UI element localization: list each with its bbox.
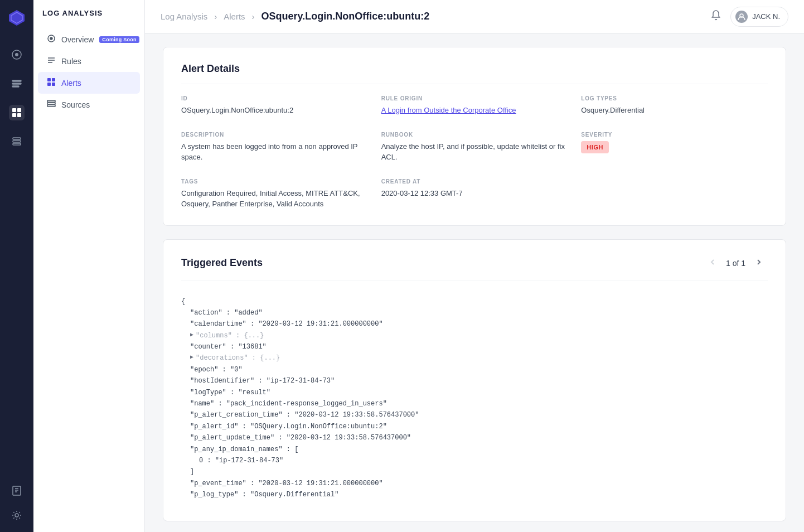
- details-grid: ID OSquery.Login.NonOffice:ubuntu:2 RULE…: [181, 95, 768, 210]
- json-line[interactable]: ▶"decorations" : {...}: [181, 352, 768, 364]
- svg-rect-5: [12, 83, 21, 84]
- sidebar-icon-settings[interactable]: [9, 507, 25, 523]
- log-types-value: Osquery.Differential: [581, 105, 768, 116]
- svg-point-18: [15, 514, 18, 517]
- json-line: "p_event_time" : "2020-03-12 19:31:21.00…: [181, 478, 768, 489]
- rules-nav-label: Rules: [61, 57, 81, 66]
- breadcrumb-sep-1: ›: [214, 12, 217, 21]
- app-title: LOG ANALYSIS: [33, 9, 144, 28]
- svg-point-20: [50, 37, 52, 40]
- json-line: "name" : "pack_incident-response_logged_…: [181, 398, 768, 409]
- notifications-bell-button[interactable]: [710, 9, 721, 23]
- json-line: 0 : "ip-172-31-84-73": [181, 455, 768, 466]
- svg-point-3: [15, 53, 18, 56]
- overview-nav-label: Overview: [61, 35, 94, 44]
- svg-rect-25: [52, 78, 55, 81]
- runbook-label: RUNBOOK: [381, 132, 568, 138]
- sidebar-logo: [8, 9, 26, 29]
- log-types-label: LOG TYPES: [581, 95, 768, 101]
- nav-panel: LOG ANALYSIS Overview Coming Soon Rules: [33, 0, 145, 532]
- content-area: Alert Details ID OSquery.Login.NonOffice…: [145, 33, 804, 532]
- svg-rect-30: [47, 105, 55, 107]
- runbook-value: Analyze the host IP, and if possible, up…: [381, 141, 568, 163]
- detail-description: DESCRIPTION A system has been logged int…: [181, 132, 368, 163]
- description-value: A system has been logged into from a non…: [181, 141, 368, 163]
- sidebar-icon-rules[interactable]: [9, 76, 25, 91]
- nav-item-sources[interactable]: Sources: [38, 94, 140, 115]
- json-line: "hostIdentifier" : "ip-172-31-84-73": [181, 375, 768, 386]
- nav-item-alerts[interactable]: Alerts: [38, 72, 140, 94]
- severity-badge: HIGH: [581, 141, 609, 154]
- created-at-value: 2020-03-12 12:33 GMT-7: [381, 188, 568, 199]
- svg-rect-13: [13, 143, 21, 145]
- rule-origin-link[interactable]: A Login from Outside the Corporate Offic…: [381, 106, 516, 114]
- user-avatar: [735, 11, 748, 23]
- json-line[interactable]: ▶"columns" : {...}: [181, 330, 768, 341]
- alerts-nav-icon: [47, 78, 56, 88]
- json-line: "calendartime" : "2020-03-12 19:31:21.00…: [181, 318, 768, 330]
- json-line: {: [181, 296, 768, 307]
- detail-severity: SEVERITY HIGH: [581, 132, 768, 163]
- detail-id: ID OSquery.Login.NonOffice:ubuntu:2: [181, 95, 368, 116]
- json-toggle-icon: ▶: [190, 352, 193, 362]
- json-line: "logType" : "result": [181, 387, 768, 398]
- json-line: "counter" : "13681": [181, 341, 768, 352]
- pagination: 1 of 1: [704, 255, 768, 271]
- overview-nav-icon: [47, 34, 56, 45]
- id-value: OSquery.Login.NonOffice:ubuntu:2: [181, 105, 368, 116]
- svg-rect-10: [17, 113, 21, 117]
- sources-nav-label: Sources: [61, 100, 90, 109]
- triggered-events-card: Triggered Events 1 of 1 {: [163, 239, 786, 521]
- triggered-events-title: Triggered Events: [181, 257, 263, 269]
- sidebar-icon-sources[interactable]: [9, 134, 25, 149]
- detail-tags: TAGS Configuration Required, Initial Acc…: [181, 178, 368, 210]
- json-line: "epoch" : "0": [181, 364, 768, 375]
- svg-rect-9: [12, 113, 16, 117]
- user-menu-button[interactable]: JACK N.: [730, 7, 788, 27]
- created-at-label: CREATED AT: [381, 178, 568, 185]
- breadcrumb-alerts[interactable]: Alerts: [224, 12, 245, 21]
- svg-rect-6: [12, 86, 19, 87]
- svg-rect-8: [17, 108, 21, 112]
- nav-item-overview[interactable]: Overview Coming Soon: [38, 28, 140, 50]
- tags-label: TAGS: [181, 178, 368, 185]
- json-toggle-icon: ▶: [190, 330, 193, 340]
- prev-page-button[interactable]: [704, 255, 721, 271]
- json-line: "p_alert_creation_time" : "2020-03-12 19…: [181, 409, 768, 420]
- svg-rect-14: [13, 486, 21, 495]
- svg-rect-29: [47, 103, 55, 104]
- sidebar: [0, 0, 33, 532]
- detail-runbook: RUNBOOK Analyze the host IP, and if poss…: [381, 132, 568, 163]
- json-line: "p_log_type" : "Osquery.Differential": [181, 489, 768, 500]
- rules-nav-icon: [47, 56, 56, 66]
- user-name: JACK N.: [752, 12, 780, 21]
- events-header: Triggered Events 1 of 1: [181, 255, 768, 280]
- svg-rect-24: [47, 78, 51, 81]
- svg-rect-12: [13, 141, 21, 142]
- next-page-button[interactable]: [750, 255, 768, 271]
- json-line: ]: [181, 466, 768, 477]
- rule-origin-value: A Login from Outside the Corporate Offic…: [381, 105, 568, 116]
- breadcrumb-log-analysis[interactable]: Log Analysis: [161, 12, 207, 21]
- severity-label: SEVERITY: [581, 132, 768, 138]
- json-line: "p_alert_update_time" : "2020-03-12 19:3…: [181, 432, 768, 443]
- nav-item-rules[interactable]: Rules: [38, 50, 140, 72]
- json-viewer: {"action" : "added""calendartime" : "202…: [181, 292, 768, 505]
- breadcrumb-current: OSquery.Login.NonOffice:ubuntu:2: [261, 11, 430, 22]
- svg-rect-28: [47, 100, 55, 102]
- coming-soon-badge: Coming Soon: [99, 36, 139, 43]
- alert-details-title: Alert Details: [181, 63, 768, 84]
- sidebar-icon-overview[interactable]: [9, 47, 25, 62]
- svg-rect-27: [52, 83, 55, 86]
- main-content: Log Analysis › Alerts › OSquery.Login.No…: [145, 0, 804, 532]
- rule-origin-label: RULE ORIGIN: [381, 95, 568, 101]
- severity-value: HIGH: [581, 141, 768, 154]
- id-label: ID: [181, 95, 368, 101]
- sidebar-icon-book[interactable]: [9, 483, 25, 499]
- tags-value: Configuration Required, Initial Access, …: [181, 188, 368, 210]
- sidebar-icon-alerts[interactable]: [9, 105, 25, 120]
- json-line: "p_alert_id" : "OSQuery.Login.NonOffice:…: [181, 421, 768, 432]
- svg-rect-7: [12, 108, 16, 112]
- page-info: 1 of 1: [726, 259, 745, 268]
- svg-rect-26: [47, 83, 51, 86]
